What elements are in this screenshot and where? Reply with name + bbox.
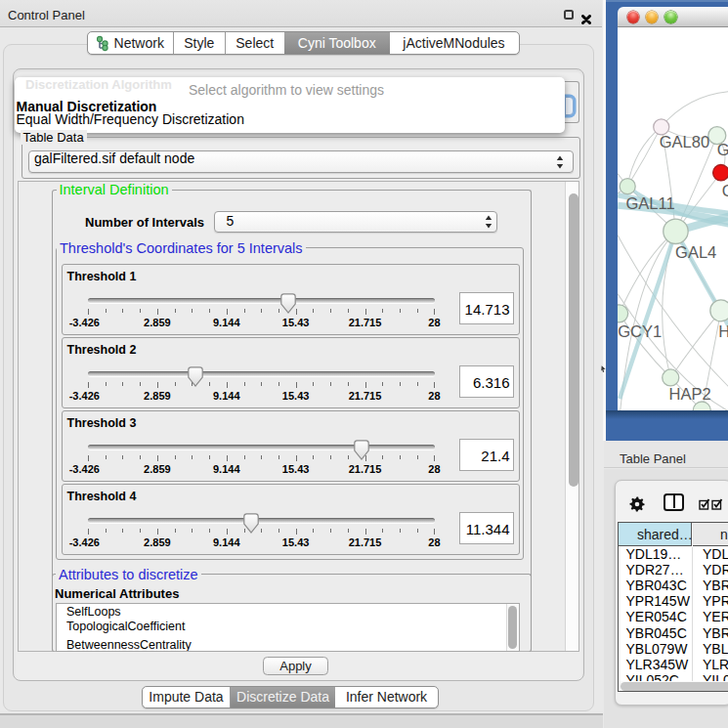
svg-text:GAL4: GAL4 bbox=[675, 243, 716, 262]
svg-text:GCY1: GCY1 bbox=[618, 322, 662, 341]
svg-text:GAL11: GAL11 bbox=[625, 193, 674, 212]
svg-text:H: H bbox=[718, 321, 728, 340]
svg-text:GA: GA bbox=[716, 140, 728, 158]
svg-text:C: C bbox=[721, 182, 728, 200]
svg-text:GAL80: GAL80 bbox=[659, 133, 708, 151]
svg-text:HAP2: HAP2 bbox=[668, 384, 710, 403]
